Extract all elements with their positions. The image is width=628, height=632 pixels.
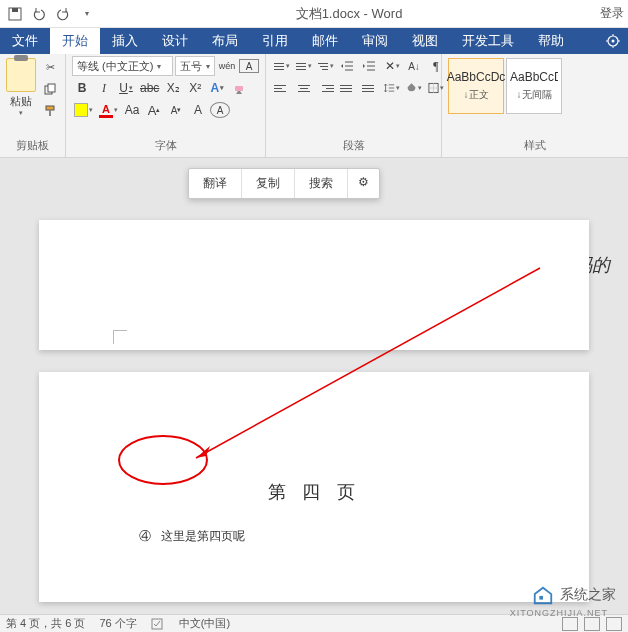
superscript-button[interactable]: X²	[185, 78, 205, 98]
increase-indent-button[interactable]	[360, 56, 380, 76]
svg-rect-5	[48, 84, 55, 92]
tab-file[interactable]: 文件	[0, 28, 50, 54]
mini-search-button[interactable]: 搜索	[295, 169, 348, 198]
underline-button[interactable]: U▾	[116, 78, 136, 98]
font-name-combo[interactable]: 等线 (中文正文)▾	[72, 56, 173, 76]
svg-rect-1	[12, 8, 18, 12]
multilevel-button[interactable]: ▾	[316, 56, 336, 76]
enclose-char-button[interactable]: A	[210, 102, 230, 118]
svg-rect-7	[49, 110, 51, 116]
phonetic-guide-button[interactable]: wén	[217, 56, 237, 76]
sort-button[interactable]: A↓	[404, 56, 424, 76]
watermark: 系统之家	[532, 584, 616, 606]
font-color-button[interactable]: A▾	[97, 100, 120, 120]
strikethrough-button[interactable]: abc	[138, 78, 161, 98]
group-paragraph: ▾ ▾ ▾ ✕▾ A↓ ¶ ▾ ▾ ▾ 段落	[266, 54, 442, 157]
grow-font-button[interactable]: A▴	[144, 100, 164, 120]
page-4-body: ④ 这里是第四页呢	[39, 504, 589, 545]
view-read-icon[interactable]	[562, 617, 578, 631]
tab-layout[interactable]: 布局	[200, 28, 250, 54]
font-size-combo[interactable]: 五号▾	[175, 56, 215, 76]
style-normal[interactable]: AaBbCcDc ↓正文	[448, 58, 504, 114]
copy-icon[interactable]	[40, 80, 60, 98]
subscript-button[interactable]: X₂	[163, 78, 183, 98]
justify-button[interactable]	[338, 78, 358, 98]
mini-copy-button[interactable]: 复制	[242, 169, 295, 198]
status-language[interactable]: 中文(中国)	[179, 616, 230, 631]
undo-icon[interactable]	[28, 3, 50, 25]
group-styles: AaBbCcDc ↓正文 AaBbCcDc ↓无间隔 样式	[442, 54, 628, 157]
page-4-header: 第 四 页	[39, 372, 589, 504]
tab-insert[interactable]: 插入	[100, 28, 150, 54]
app-name: Word	[372, 6, 403, 21]
filename: 文档1.docx	[296, 6, 360, 21]
status-proofing-icon[interactable]	[151, 617, 165, 631]
tab-view[interactable]: 视图	[400, 28, 450, 54]
style-nospacing[interactable]: AaBbCcDc ↓无间隔	[506, 58, 562, 114]
save-icon[interactable]	[4, 3, 26, 25]
view-web-icon[interactable]	[606, 617, 622, 631]
tab-developer[interactable]: 开发工具	[450, 28, 526, 54]
quick-access-toolbar: ▾	[4, 3, 98, 25]
numbering-button[interactable]: ▾	[294, 56, 314, 76]
status-words[interactable]: 76 个字	[99, 616, 136, 631]
tab-home[interactable]: 开始	[50, 28, 100, 54]
group-clipboard: 粘贴 ▾ ✂ 剪贴板	[0, 54, 66, 157]
svg-point-3	[612, 40, 615, 43]
highlight-button[interactable]: ▾	[72, 100, 95, 120]
tab-help[interactable]: 帮助	[526, 28, 576, 54]
paste-button[interactable]: 粘贴	[10, 94, 32, 109]
view-print-icon[interactable]	[584, 617, 600, 631]
char-shading-button[interactable]: A	[188, 100, 208, 120]
ribbon-tabs: 文件 开始 插入 设计 布局 引用 邮件 审阅 视图 开发工具 帮助	[0, 28, 628, 54]
bold-button[interactable]: B	[72, 78, 92, 98]
page-4: 第 四 页 ④ 这里是第四页呢	[39, 372, 589, 602]
tab-review[interactable]: 审阅	[350, 28, 400, 54]
distributed-button[interactable]	[360, 78, 380, 98]
group-label-styles: 样式	[448, 136, 622, 157]
login-button[interactable]: 登录	[600, 5, 624, 22]
cut-icon[interactable]: ✂	[40, 58, 60, 76]
clear-formatting-icon[interactable]	[229, 78, 249, 98]
bullets-button[interactable]: ▾	[272, 56, 292, 76]
mini-settings-icon[interactable]: ⚙	[348, 169, 379, 198]
title-bar: ▾ 文档1.docx - Word 登录	[0, 0, 628, 28]
group-label-clipboard: 剪贴板	[6, 136, 59, 157]
window-title: 文档1.docx - Word	[98, 5, 600, 23]
asian-layout-button[interactable]: ✕▾	[382, 56, 402, 76]
shrink-font-button[interactable]: A▾	[166, 100, 186, 120]
margin-corner-icon	[113, 330, 127, 344]
align-left-button[interactable]	[272, 78, 292, 98]
ribbon: 粘贴 ▾ ✂ 剪贴板 等线 (中文正文)▾ 五号▾ wén A B I U▾	[0, 54, 628, 158]
shading-button[interactable]: ▾	[404, 78, 424, 98]
watermark-url: XITONGZHIJIA.NET	[510, 608, 608, 618]
char-border-button[interactable]: A	[239, 59, 259, 73]
text-effects-button[interactable]: A▾	[207, 78, 227, 98]
qat-customize-icon[interactable]: ▾	[76, 3, 98, 25]
page-3-bottom	[39, 220, 589, 350]
tab-references[interactable]: 引用	[250, 28, 300, 54]
decrease-indent-button[interactable]	[338, 56, 358, 76]
align-right-button[interactable]	[316, 78, 336, 98]
group-label-font: 字体	[72, 136, 259, 157]
mini-toolbar: 翻译 复制 搜索 ⚙	[188, 168, 380, 199]
svg-rect-6	[46, 106, 54, 110]
paste-icon[interactable]	[6, 58, 36, 92]
document-area[interactable]: 翻译 复制 搜索 ⚙ 把光标移动到开始编页码的 第 四 页 ④ 这里是第四页呢	[0, 158, 628, 614]
tab-design[interactable]: 设计	[150, 28, 200, 54]
mini-translate-button[interactable]: 翻译	[189, 169, 242, 198]
status-page[interactable]: 第 4 页，共 6 页	[6, 616, 85, 631]
watermark-logo-icon	[532, 584, 554, 606]
redo-icon[interactable]	[52, 3, 74, 25]
align-center-button[interactable]	[294, 78, 314, 98]
format-painter-icon[interactable]	[40, 102, 60, 120]
group-label-paragraph: 段落	[272, 136, 435, 157]
tell-me-icon[interactable]	[598, 28, 628, 54]
paste-dropdown-icon[interactable]: ▾	[19, 109, 23, 117]
text-cursor-icon	[113, 450, 115, 466]
change-case-button[interactable]: Aa	[122, 100, 142, 120]
line-spacing-button[interactable]: ▾	[382, 78, 402, 98]
italic-button[interactable]: I	[94, 78, 114, 98]
svg-rect-14	[539, 596, 543, 600]
tab-mailings[interactable]: 邮件	[300, 28, 350, 54]
